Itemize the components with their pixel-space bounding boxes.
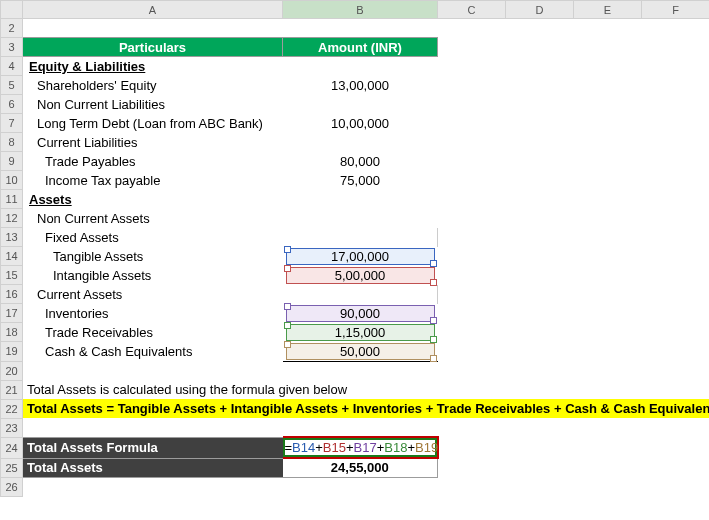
- row-header[interactable]: 2: [1, 19, 23, 38]
- col-header-E[interactable]: E: [574, 1, 642, 19]
- header-amount: Amount (INR): [283, 38, 438, 57]
- label-inv: Inventories: [23, 304, 283, 323]
- value-it: 75,000: [283, 171, 438, 190]
- value-tp: 80,000: [283, 152, 438, 171]
- label-sh-equity: Shareholders' Equity: [23, 76, 283, 95]
- label-ltd: Long Term Debt (Loan from ABC Bank): [23, 114, 283, 133]
- range-b18[interactable]: 1,15,000: [286, 324, 435, 341]
- col-header-A[interactable]: A: [23, 1, 283, 19]
- label-ia: Intangible Assets: [23, 266, 283, 285]
- section-equity-liab: Equity & Liabilities: [23, 57, 283, 76]
- column-headers: A B C D E F: [1, 1, 710, 19]
- formula-description: Total Assets = Tangible Assets + Intangi…: [23, 399, 710, 418]
- col-header-C[interactable]: C: [438, 1, 506, 19]
- label-cl: Current Liabilities: [23, 133, 283, 152]
- label-total: Total Assets: [23, 458, 283, 477]
- col-header-D[interactable]: D: [506, 1, 574, 19]
- header-particulars: Particulars: [23, 38, 283, 57]
- label-it: Income Tax payable: [23, 171, 283, 190]
- range-b15[interactable]: 5,00,000: [286, 267, 435, 284]
- label-ta: Tangible Assets: [23, 247, 283, 266]
- note-text: Total Assets is calculated using the for…: [23, 380, 710, 399]
- active-cell-b24[interactable]: =B14+B15+B17+B18+B19: [283, 438, 437, 457]
- label-nca: Non Current Assets: [23, 209, 283, 228]
- label-cce: Cash & Cash Equivalents: [23, 342, 283, 362]
- col-header-F[interactable]: F: [642, 1, 710, 19]
- value-total: 24,55,000: [283, 458, 438, 477]
- label-fa: Fixed Assets: [23, 228, 283, 247]
- col-header-B[interactable]: B: [283, 1, 438, 19]
- range-b17[interactable]: 90,000: [286, 305, 435, 322]
- section-assets: Assets: [23, 190, 283, 209]
- range-b19[interactable]: 50,000: [286, 343, 435, 360]
- label-ncl: Non Current Liabilities: [23, 95, 283, 114]
- row-header[interactable]: 3: [1, 38, 23, 57]
- label-ca: Current Assets: [23, 285, 283, 304]
- spreadsheet-grid[interactable]: A B C D E F 2 3 Particulars Amount (INR)…: [0, 0, 709, 497]
- value-ltd: 10,00,000: [283, 114, 438, 133]
- corner-cell[interactable]: [1, 1, 23, 19]
- value-sh-equity: 13,00,000: [283, 76, 438, 95]
- label-taf: Total Assets Formula: [23, 437, 283, 458]
- label-tr: Trade Receivables: [23, 323, 283, 342]
- label-tp: Trade Payables: [23, 152, 283, 171]
- range-b14[interactable]: 17,00,000: [286, 248, 435, 265]
